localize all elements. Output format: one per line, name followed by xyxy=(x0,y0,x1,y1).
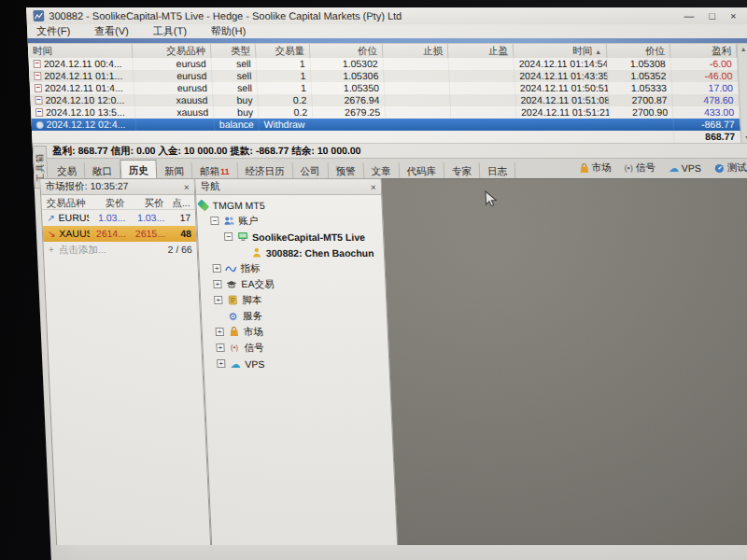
close-icon[interactable]: × xyxy=(184,182,190,192)
title-bar[interactable]: 300882 - SoolikeCapital-MT5 Live - Hedge… xyxy=(26,7,747,24)
shopping-bag-icon xyxy=(579,163,588,174)
history-header-row[interactable]: 时间 交易品种 类型 交易量 价位 止损 止盈 时间 ▲ 价位 盈利 xyxy=(28,44,738,58)
expand-icon[interactable]: + xyxy=(212,264,220,273)
collapse-icon[interactable]: − xyxy=(210,217,218,225)
navigator-title-bar[interactable]: 导航 × xyxy=(195,179,381,195)
navigator-title: 导航 xyxy=(200,180,220,193)
mt5-window: 300882 - SoolikeCapital-MT5 Live - Hedge… xyxy=(26,7,747,560)
tester-icon xyxy=(714,163,725,174)
tree-item-server[interactable]: − SoolikeCapital-MT5 Live xyxy=(224,229,384,245)
expand-icon[interactable]: + xyxy=(216,328,224,336)
history-table: 时间 交易品种 类型 交易量 价位 止损 止盈 时间 ▲ 价位 盈利 2024.… xyxy=(28,43,747,143)
tab-codebase[interactable]: 代码库 xyxy=(399,162,444,178)
cloud-icon: ☁ xyxy=(229,358,242,370)
symbol-count: 2 / 66 xyxy=(167,242,192,258)
tree-item-vps[interactable]: + ☁ VPS xyxy=(217,356,389,371)
tree-item-signals[interactable]: + (•) 信号 xyxy=(216,340,388,356)
menu-tools[interactable]: 工具(T) xyxy=(153,24,188,38)
mail-count-badge: 11 xyxy=(220,167,230,176)
market-watch-title-bar[interactable]: 市场报价: 10:35:27 × xyxy=(40,179,194,195)
collapse-icon[interactable]: − xyxy=(224,232,233,241)
deal-sell-icon xyxy=(34,72,41,80)
deal-sell-icon xyxy=(34,60,41,68)
tab-experts[interactable]: 专家 xyxy=(444,162,481,178)
tab-exposure[interactable]: 敞口 xyxy=(85,162,121,178)
menu-file[interactable]: 文件(F) xyxy=(36,24,71,38)
account-summary-bar: ⊕ 盈利: 868.77 信用: 0.00 入金: 10 000.00 提款: … xyxy=(33,143,747,158)
menu-help[interactable]: 帮助(H) xyxy=(211,24,247,38)
accounts-icon xyxy=(222,216,235,227)
tree-item-scripts[interactable]: + 脚本 xyxy=(214,292,387,308)
restore-button[interactable]: □ xyxy=(709,10,715,21)
tree-item-market[interactable]: + 市场 xyxy=(215,324,388,340)
close-icon[interactable]: × xyxy=(371,182,376,192)
market-watch-title: 市场报价: 10:35:27 xyxy=(45,180,128,193)
cloud-icon: ☁ xyxy=(668,162,679,175)
add-icon: + xyxy=(48,242,54,258)
mouse-cursor xyxy=(485,190,498,208)
tab-history[interactable]: 历史 xyxy=(120,160,157,178)
tray-signals-button[interactable]: (•) 信号 xyxy=(624,161,655,175)
expand-icon[interactable]: + xyxy=(213,280,221,288)
gear-icon: ⚙ xyxy=(227,311,240,322)
broker-logo-icon xyxy=(196,200,209,211)
quote-row-eurusd[interactable]: ↗EURUSD 1.03... 1.03... 17 xyxy=(42,210,196,226)
navigator-tree: TMGM MT5 − 账户 − SoolikeCapital-MT5 Live … xyxy=(196,195,397,545)
app-icon xyxy=(32,10,45,21)
trend-down-icon: ↘ xyxy=(48,226,56,242)
add-symbol-row[interactable]: + 点击添加... 2 / 66 xyxy=(43,242,197,258)
tree-item-services[interactable]: ⚙ 服务 xyxy=(215,308,388,324)
tab-mailbox[interactable]: 邮箱11 xyxy=(192,162,238,178)
summary-text: 盈利: 868.77 信用: 0.00 入金: 10 000.00 提款: -8… xyxy=(52,145,361,158)
balance-row-selected[interactable]: 2024.12.12 02:4... balance Withdraw -868… xyxy=(31,119,740,131)
tree-item-broker[interactable]: TMGM MT5 xyxy=(196,197,382,213)
tab-trade[interactable]: 交易 xyxy=(49,162,86,178)
signal-icon: (•) xyxy=(624,163,633,173)
tab-articles[interactable]: 文章 xyxy=(363,162,400,178)
expand-icon[interactable]: + xyxy=(217,359,225,368)
signal-icon: (•) xyxy=(228,343,241,354)
history-row[interactable]: 2024.12.10 12:0... xauusd buy 0.2 2676.9… xyxy=(30,94,740,106)
total-profit: 868.77 xyxy=(674,131,741,143)
scroll-up-icon: ▲ xyxy=(740,46,746,52)
withdraw-comment: Withdraw xyxy=(259,119,674,131)
history-row[interactable]: 2024.12.11 01:1... eurusd sell 1 1.05306… xyxy=(29,70,739,82)
script-file-icon xyxy=(226,295,239,306)
deal-sell-icon xyxy=(35,84,42,92)
sort-asc-icon: ▲ xyxy=(595,49,601,55)
menu-bar: 文件(F) 查看(V) 工具(T) 帮助(H) xyxy=(27,24,747,38)
tray-market-button[interactable]: 市场 xyxy=(579,161,612,175)
lower-panels: 市场报价: 10:35:27 × 交易品种 卖价 买价 点... ↗EURUSD… xyxy=(34,178,747,545)
balance-icon xyxy=(36,121,44,129)
chart-workspace[interactable] xyxy=(381,178,747,545)
close-button[interactable]: × xyxy=(730,10,737,21)
tab-company[interactable]: 公司 xyxy=(292,162,329,178)
expand-icon[interactable]: + xyxy=(216,343,224,352)
menu-view[interactable]: 查看(V) xyxy=(94,24,129,38)
tree-item-experts[interactable]: + EA交易 xyxy=(213,276,386,292)
history-row[interactable]: 2024.12.11 01:4... eurusd sell 1 1.05350… xyxy=(30,82,740,94)
tab-journal[interactable]: 日志 xyxy=(480,162,516,178)
quote-row-xauusd[interactable]: ↘XAUUSD 2614... 2615... 48 xyxy=(43,226,197,242)
market-watch-header[interactable]: 交易品种 卖价 买价 点... xyxy=(41,195,195,210)
tray-tester-button[interactable]: 测试 xyxy=(713,161,747,175)
tree-item-indicators[interactable]: + 指标 xyxy=(212,260,385,276)
market-watch-panel: 市场报价: 10:35:27 × 交易品种 卖价 买价 点... ↗EURUSD… xyxy=(39,178,211,545)
history-row[interactable]: 2024.12.10 13:5... xauusd buy 0.2 2679.2… xyxy=(31,106,740,119)
close-time-header: 时间 ▲ xyxy=(514,44,608,58)
tree-item-account-login[interactable]: 300882: Chen Baochun xyxy=(238,245,385,260)
trend-up-icon: ↗ xyxy=(47,210,55,226)
window-title: 300882 - SoolikeCapital-MT5 Live - Hedge… xyxy=(49,10,679,21)
tray-vps-button[interactable]: ☁ VPS xyxy=(668,162,701,175)
deal-buy-icon xyxy=(35,108,43,117)
server-icon xyxy=(236,231,249,243)
expand-icon[interactable]: + xyxy=(214,296,222,304)
minimize-button[interactable]: — xyxy=(684,10,695,21)
tab-calendar[interactable]: 经济日历 xyxy=(237,162,293,178)
status-tray: 市场 (•) 信号 ☁ VPS 测试 xyxy=(579,161,747,175)
toolbox-tab-bar: 工具箱 交易 敞口 历史 新闻 邮箱11 经济日历 公司 预警 文章 代码库 专… xyxy=(33,158,747,178)
tab-news[interactable]: 新闻 xyxy=(157,162,193,178)
tab-alerts[interactable]: 预警 xyxy=(328,162,364,178)
history-row[interactable]: 2024.12.11 00:4... eurusd sell 1 1.05302… xyxy=(28,58,738,70)
tree-item-accounts[interactable]: − 账户 xyxy=(210,213,383,229)
